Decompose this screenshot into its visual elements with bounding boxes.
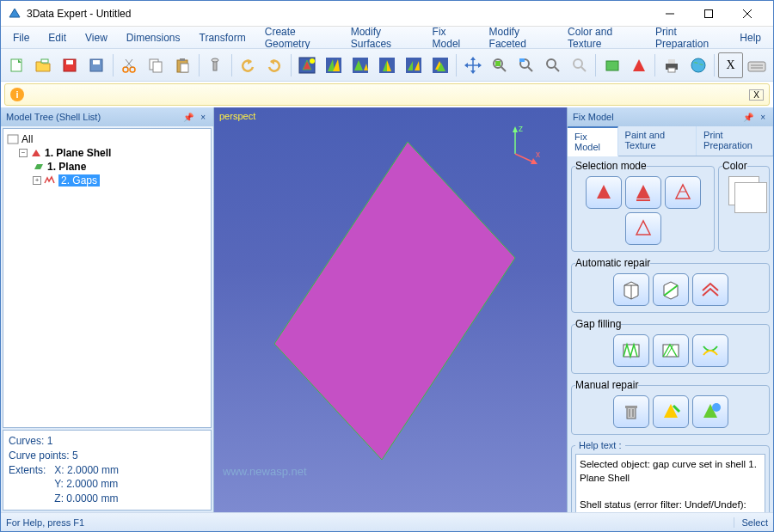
auto-repair-3-button[interactable] bbox=[692, 273, 728, 306]
tree-plane[interactable]: 1. Plane bbox=[7, 160, 207, 174]
manual-delete-button[interactable] bbox=[613, 395, 649, 428]
svg-rect-7 bbox=[66, 60, 73, 64]
tb-shell-1[interactable] bbox=[295, 52, 320, 78]
tree-root-label: All bbox=[22, 133, 33, 145]
manual-edit-button[interactable] bbox=[653, 395, 689, 428]
menu-help[interactable]: Help bbox=[731, 28, 770, 47]
tb-triangle-red[interactable] bbox=[626, 52, 651, 78]
tb-zoom-out[interactable] bbox=[567, 52, 592, 78]
sel-mode-1-button[interactable] bbox=[586, 176, 622, 209]
tb-keyboard[interactable] bbox=[745, 52, 770, 78]
tb-zoom-area[interactable] bbox=[513, 52, 538, 78]
group-help-legend: Help text : bbox=[575, 440, 625, 450]
color-swatch-button[interactable] bbox=[728, 176, 759, 205]
tb-sep-8 bbox=[714, 54, 715, 76]
close-button[interactable] bbox=[728, 2, 766, 26]
tb-sep-2 bbox=[199, 54, 200, 76]
tree-toggle-gaps-icon[interactable]: + bbox=[33, 176, 41, 185]
fix-model-header: Fix Model 📌 × bbox=[568, 107, 773, 126]
sel-mode-4-button[interactable] bbox=[625, 212, 661, 245]
svg-point-44 bbox=[691, 58, 705, 72]
group-selection-legend: Selection mode bbox=[575, 160, 647, 172]
tb-zoom[interactable] bbox=[540, 52, 565, 78]
menu-view[interactable]: View bbox=[77, 28, 116, 47]
tree-shell-1[interactable]: − 1. Plane Shell bbox=[7, 146, 207, 160]
viewport-3d[interactable]: perspect z x www.newasp.net bbox=[214, 107, 567, 512]
panel-close-icon[interactable]: × bbox=[198, 113, 208, 122]
tb-printer[interactable] bbox=[659, 52, 684, 78]
tab-print-preparation[interactable]: Print Preparation bbox=[697, 126, 773, 156]
svg-rect-35 bbox=[519, 58, 525, 62]
auto-repair-1-button[interactable] bbox=[613, 273, 649, 306]
menu-dimensions[interactable]: Dimensions bbox=[118, 28, 189, 47]
right-panel-close-icon[interactable]: × bbox=[758, 113, 768, 122]
model-tree-header: Model Tree (Shell List) 📌 × bbox=[1, 107, 213, 126]
tb-globe[interactable] bbox=[685, 52, 710, 78]
gap-fill-2-button[interactable] bbox=[653, 334, 689, 367]
tree-root-icon bbox=[7, 134, 19, 144]
svg-rect-32 bbox=[495, 61, 501, 66]
tb-sep-3 bbox=[231, 54, 232, 76]
tree-toggle-icon[interactable]: − bbox=[19, 149, 28, 157]
auto-repair-2-button[interactable] bbox=[653, 273, 689, 306]
group-auto-repair: Automatic repair bbox=[571, 257, 770, 313]
tree-gaps-label: 2. Gaps bbox=[58, 174, 100, 187]
tb-zoom-fit[interactable] bbox=[487, 52, 512, 78]
tb-paste[interactable] bbox=[170, 52, 195, 78]
tb-view-front[interactable] bbox=[599, 52, 624, 78]
svg-point-38 bbox=[574, 59, 582, 68]
sel-mode-3-button[interactable] bbox=[665, 176, 701, 209]
gap-fill-1-button[interactable] bbox=[613, 334, 649, 367]
tree-plane-label: 1. Plane bbox=[47, 161, 86, 173]
tb-sep-6 bbox=[595, 54, 596, 76]
plane-icon bbox=[33, 162, 45, 172]
tb-save[interactable] bbox=[84, 52, 109, 78]
tab-paint-texture[interactable]: Paint and Texture bbox=[618, 126, 697, 156]
info-close-button[interactable]: X bbox=[749, 89, 764, 101]
svg-point-22 bbox=[310, 58, 315, 64]
tb-undo[interactable] bbox=[236, 52, 261, 78]
toolbar: X bbox=[1, 49, 773, 82]
tb-save-red[interactable] bbox=[58, 52, 83, 78]
tb-copy[interactable] bbox=[144, 52, 169, 78]
tb-bolt[interactable] bbox=[203, 52, 228, 78]
model-info-box: Curves: 1 Curve points: 5 Extents: X: 2.… bbox=[3, 430, 212, 511]
tree-gaps[interactable]: + 2. Gaps bbox=[7, 174, 207, 187]
group-color-legend: Color bbox=[722, 160, 747, 172]
gap-fill-3-button[interactable] bbox=[692, 334, 728, 367]
svg-rect-17 bbox=[180, 58, 185, 61]
tb-cut[interactable] bbox=[117, 52, 142, 78]
window-title: 3Data Expert - Untitled bbox=[27, 8, 650, 20]
svg-line-39 bbox=[581, 67, 586, 71]
svg-line-34 bbox=[528, 67, 532, 71]
tb-open[interactable] bbox=[31, 52, 56, 78]
tb-shell-4[interactable] bbox=[374, 52, 399, 78]
tb-shell-6[interactable] bbox=[427, 52, 452, 78]
tb-shell-5[interactable] bbox=[401, 52, 426, 78]
group-gap-legend: Gap filling bbox=[575, 318, 621, 330]
sel-mode-2-button[interactable] bbox=[625, 176, 661, 209]
model-tree-title: Model Tree (Shell List) bbox=[6, 112, 101, 122]
tb-shell-2[interactable] bbox=[322, 52, 347, 78]
statusbar: For Help, press F1 Select bbox=[1, 512, 773, 531]
svg-rect-5 bbox=[41, 59, 48, 63]
group-auto-legend: Automatic repair bbox=[575, 257, 650, 269]
status-right: Select bbox=[734, 517, 768, 528]
tb-shell-3[interactable] bbox=[348, 52, 373, 78]
svg-line-66 bbox=[673, 406, 679, 412]
right-panel-pin-icon[interactable]: 📌 bbox=[740, 113, 756, 122]
panel-pin-icon[interactable]: 📌 bbox=[181, 113, 196, 122]
tb-x-box[interactable]: X bbox=[718, 52, 743, 78]
help-text-area[interactable]: Selected object: gap curve set in shell … bbox=[575, 454, 765, 512]
tree-root[interactable]: All bbox=[7, 132, 207, 146]
menu-file[interactable]: File bbox=[4, 28, 38, 47]
model-tree[interactable]: All − 1. Plane Shell 1. Plane + 2. Gaps bbox=[3, 128, 212, 428]
tb-new[interactable] bbox=[4, 52, 29, 78]
menu-transform[interactable]: Transform bbox=[191, 28, 255, 47]
svg-rect-1 bbox=[704, 9, 712, 17]
tb-redo[interactable] bbox=[262, 52, 287, 78]
menu-edit[interactable]: Edit bbox=[40, 28, 75, 47]
tab-fix-model[interactable]: Fix Model bbox=[568, 126, 618, 156]
manual-move-button[interactable] bbox=[692, 395, 728, 428]
tb-move[interactable] bbox=[460, 52, 485, 78]
